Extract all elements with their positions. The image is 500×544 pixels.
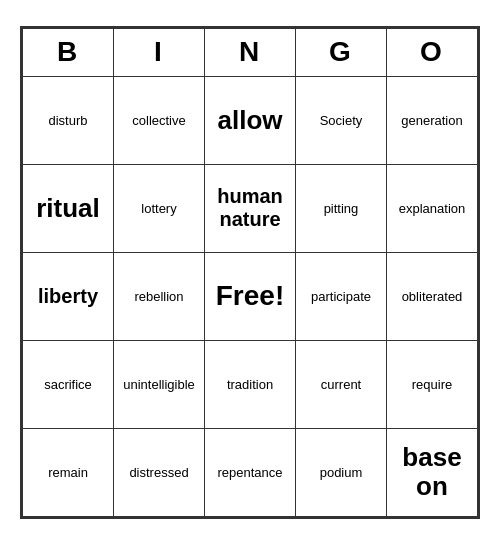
cell-r3-c5: obliterated bbox=[387, 252, 478, 340]
cell-r1-c4: Society bbox=[296, 76, 387, 164]
cell-r2-c3: humannature bbox=[205, 164, 296, 252]
cell-r4-c1: sacrifice bbox=[23, 340, 114, 428]
cell-r5-c1: remain bbox=[23, 428, 114, 516]
cell-r5-c2: distressed bbox=[114, 428, 205, 516]
cell-r2-c1: ritual bbox=[23, 164, 114, 252]
cell-r3-c2: rebellion bbox=[114, 252, 205, 340]
header-o: O bbox=[387, 28, 478, 76]
cell-r5-c4: podium bbox=[296, 428, 387, 516]
cell-r1-c5: generation bbox=[387, 76, 478, 164]
header-n: N bbox=[205, 28, 296, 76]
cell-r4-c5: require bbox=[387, 340, 478, 428]
cell-r2-c5: explanation bbox=[387, 164, 478, 252]
cell-r5-c5: baseon bbox=[387, 428, 478, 516]
cell-r3-c1: liberty bbox=[23, 252, 114, 340]
cell-r3-c4: participate bbox=[296, 252, 387, 340]
cell-r1-c1: disturb bbox=[23, 76, 114, 164]
cell-r1-c2: collective bbox=[114, 76, 205, 164]
cell-r4-c3: tradition bbox=[205, 340, 296, 428]
header-g: G bbox=[296, 28, 387, 76]
header-i: I bbox=[114, 28, 205, 76]
cell-r2-c2: lottery bbox=[114, 164, 205, 252]
cell-r1-c3: allow bbox=[205, 76, 296, 164]
cell-r4-c2: unintelligible bbox=[114, 340, 205, 428]
cell-r3-c3: Free! bbox=[205, 252, 296, 340]
cell-r4-c4: current bbox=[296, 340, 387, 428]
cell-r5-c3: repentance bbox=[205, 428, 296, 516]
bingo-header: B I N G O bbox=[23, 28, 478, 76]
bingo-card: B I N G O disturbcollectiveallowSocietyg… bbox=[20, 26, 480, 519]
cell-r2-c4: pitting bbox=[296, 164, 387, 252]
header-b: B bbox=[23, 28, 114, 76]
